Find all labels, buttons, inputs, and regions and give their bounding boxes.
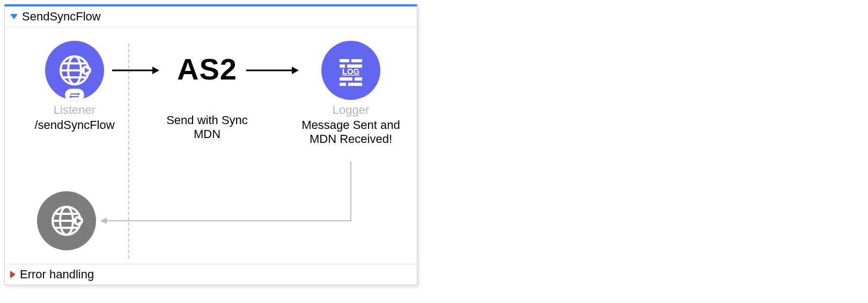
as2-icon: AS2 [161,52,253,86]
svg-text:LOG: LOG [342,67,360,76]
as2-detail: Send with Sync MDN [161,113,253,142]
svg-rect-23 [348,83,362,86]
flow-canvas: Listener /sendSyncFlow AS2 Send with Syn… [5,27,417,264]
log-icon: LOG [321,41,380,100]
arrow-1 [112,65,160,76]
svg-marker-8 [78,92,80,96]
collapse-icon [10,271,16,278]
listener-detail: /sendSyncFlow [29,118,120,132]
globe-icon [45,41,104,100]
expand-icon [10,14,18,19]
svg-rect-20 [340,77,352,81]
listener-node[interactable]: Listener /sendSyncFlow [29,41,120,132]
svg-marker-24 [100,218,107,224]
exchange-icon [65,89,84,101]
svg-rect-15 [340,59,349,62]
svg-rect-16 [351,59,362,62]
svg-marker-12 [152,67,159,74]
response-node[interactable] [37,191,96,250]
error-section-header[interactable]: Error handling [5,264,417,285]
error-section-title: Error handling [20,268,94,282]
listener-type-label: Listener [29,103,120,117]
flow-panel: SendSyncFlow [4,4,417,285]
flow-title: SendSyncFlow [22,10,101,24]
logger-type-label: Logger [297,103,404,117]
logger-detail: Message Sent and MDN Received! [297,118,404,147]
globe-response-icon [37,191,96,250]
svg-rect-22 [340,83,346,86]
return-arrow [99,162,356,232]
svg-rect-21 [355,77,362,81]
arrow-2 [246,65,300,76]
flow-header[interactable]: SendSyncFlow [5,6,417,27]
svg-marker-10 [69,95,71,98]
logger-node[interactable]: LOG Logger Message Sent and MDN Received… [297,41,404,147]
as2-node[interactable]: AS2 Send with Sync MDN [161,52,253,142]
